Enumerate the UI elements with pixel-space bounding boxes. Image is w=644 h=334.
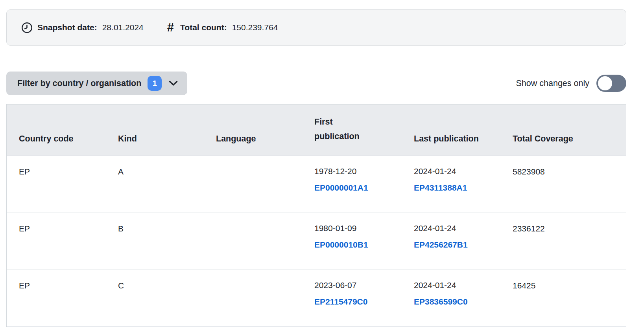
col-header-first-publication: First publication bbox=[302, 105, 402, 156]
snapshot-bar: Snapshot date: 28.01.2024 # Total count:… bbox=[6, 9, 626, 46]
cell-first-publication: 1978-12-20 EP0000001A1 bbox=[302, 156, 402, 213]
table-header: Country code Kind Language First publica… bbox=[7, 105, 626, 156]
cell-language bbox=[204, 213, 302, 270]
filter-row: Filter by country / organisation 1 Show … bbox=[6, 72, 626, 95]
cell-total-coverage: 16425 bbox=[500, 270, 626, 327]
last-publication-date: 2024-01-24 bbox=[414, 281, 496, 289]
filter-count-badge: 1 bbox=[148, 76, 162, 91]
col-header-country-code: Country code bbox=[7, 105, 106, 156]
cell-total-coverage: 5823908 bbox=[500, 156, 626, 213]
cell-last-publication: 2024-01-24 EP4256267B1 bbox=[402, 213, 500, 270]
table-row: EP B 1980-01-09 EP0000010B1 2024-01-24 E… bbox=[7, 213, 626, 270]
last-publication-link[interactable]: EP4311388A1 bbox=[414, 183, 467, 193]
last-publication-link[interactable]: EP4256267B1 bbox=[414, 240, 468, 250]
cell-last-publication: 2024-01-24 EP3836599C0 bbox=[402, 270, 500, 327]
total-count-value: 150.239.764 bbox=[232, 23, 278, 32]
first-publication-link[interactable]: EP0000010B1 bbox=[314, 240, 368, 250]
cell-country-code: EP bbox=[7, 270, 106, 327]
cell-language bbox=[204, 270, 302, 327]
chevron-down-icon bbox=[169, 81, 178, 86]
table-body: EP A 1978-12-20 EP0000001A1 2024-01-24 E… bbox=[7, 156, 626, 327]
cell-total-coverage: 2336122 bbox=[500, 213, 626, 270]
show-changes-toggle[interactable] bbox=[596, 75, 626, 92]
col-header-last-publication: Last publication bbox=[402, 105, 500, 156]
last-publication-date: 2024-01-24 bbox=[414, 167, 496, 175]
cell-first-publication: 1980-01-09 EP0000010B1 bbox=[302, 213, 402, 270]
first-publication-date: 1978-12-20 bbox=[314, 167, 398, 175]
toggle-knob bbox=[598, 76, 612, 90]
table-row: EP A 1978-12-20 EP0000001A1 2024-01-24 E… bbox=[7, 156, 626, 213]
cell-country-code: EP bbox=[7, 213, 106, 270]
snapshot-date-label: Snapshot date: bbox=[37, 23, 97, 32]
first-publication-link[interactable]: EP0000001A1 bbox=[314, 183, 368, 193]
table-row: EP C 2023-06-07 EP2115479C0 2024-01-24 E… bbox=[7, 270, 626, 327]
show-changes-group: Show changes only bbox=[516, 75, 626, 92]
coverage-page: Snapshot date: 28.01.2024 # Total count:… bbox=[6, 9, 626, 327]
first-publication-date: 2023-06-07 bbox=[314, 281, 398, 289]
cell-kind: A bbox=[106, 156, 204, 213]
last-publication-date: 2024-01-24 bbox=[414, 224, 496, 232]
show-changes-label: Show changes only bbox=[516, 79, 589, 88]
cell-kind: B bbox=[106, 213, 204, 270]
coverage-table: Country code Kind Language First publica… bbox=[6, 104, 626, 327]
cell-language bbox=[204, 156, 302, 213]
col-header-kind: Kind bbox=[106, 105, 204, 156]
filter-button-label: Filter by country / organisation bbox=[17, 79, 141, 88]
first-publication-date: 1980-01-09 bbox=[314, 224, 398, 232]
cell-country-code: EP bbox=[7, 156, 106, 213]
clock-icon bbox=[21, 22, 33, 33]
last-publication-link[interactable]: EP3836599C0 bbox=[414, 297, 468, 306]
snapshot-date-value: 28.01.2024 bbox=[102, 23, 144, 32]
filter-by-country-button[interactable]: Filter by country / organisation 1 bbox=[6, 72, 187, 95]
hash-icon: # bbox=[167, 20, 174, 35]
cell-first-publication: 2023-06-07 EP2115479C0 bbox=[302, 270, 402, 327]
total-count-label: Total count: bbox=[180, 23, 227, 32]
col-header-total-coverage: Total Coverage bbox=[500, 105, 626, 156]
first-publication-link[interactable]: EP2115479C0 bbox=[314, 297, 367, 306]
cell-kind: C bbox=[106, 270, 204, 327]
cell-last-publication: 2024-01-24 EP4311388A1 bbox=[402, 156, 500, 213]
col-header-language: Language bbox=[204, 105, 302, 156]
